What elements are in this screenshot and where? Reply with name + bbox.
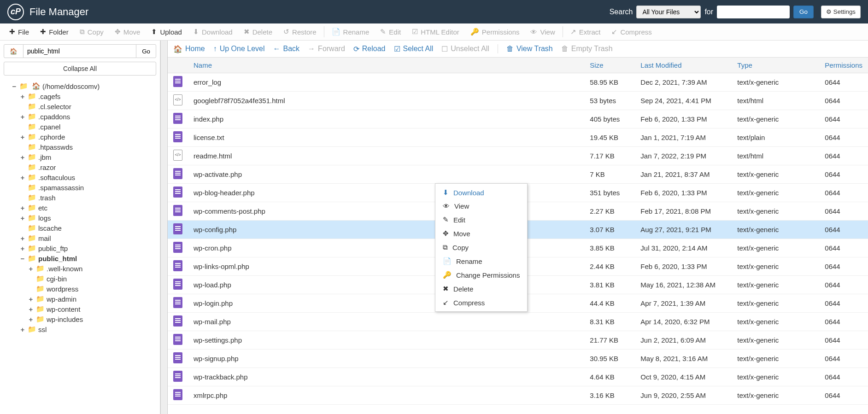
table-row[interactable]: googlebf78f7052a4fe351.html53 bytesSep 2… — [168, 92, 868, 110]
compress-button[interactable]: ↙Compress — [606, 25, 657, 39]
tree-item[interactable]: 📁.spamassassin — [4, 182, 156, 192]
search-input[interactable] — [717, 6, 790, 18]
tree-item[interactable]: 📁.cl.selector — [4, 101, 156, 111]
tree-toggle[interactable]: + — [19, 204, 26, 212]
col-type[interactable]: Type — [732, 58, 819, 73]
tree-root[interactable]: − 📁 🏠 (/home/ddoscomv) — [4, 81, 156, 91]
tree-toggle[interactable]: + — [19, 234, 26, 242]
table-row[interactable]: license.txt19.45 KBJan 1, 2021, 7:19 AMt… — [168, 128, 868, 147]
tree-item[interactable]: +📁etc — [4, 203, 156, 213]
col-modified[interactable]: Last Modified — [635, 58, 732, 73]
search-scope-select[interactable]: All Your Files — [636, 6, 701, 18]
tree-toggle[interactable]: + — [19, 245, 26, 252]
extract-button[interactable]: ↗Extract — [565, 25, 606, 39]
tree-toggle[interactable]: + — [19, 174, 26, 181]
table-row[interactable]: wp-signup.php30.95 KBMay 8, 2021, 3:16 A… — [168, 350, 868, 368]
tree-toggle[interactable]: + — [19, 93, 26, 100]
table-row[interactable]: wp-activate.php7 KBJan 21, 2021, 8:37 AM… — [168, 165, 868, 184]
search-go-button[interactable]: Go — [793, 6, 814, 18]
new-file-button[interactable]: ✚File — [4, 25, 35, 39]
tree-item[interactable]: +📁.cagefs — [4, 91, 156, 101]
nav-unselect-all-button[interactable]: ☐Unselect All — [441, 45, 489, 53]
splitter[interactable] — [160, 41, 168, 414]
restore-button[interactable]: ↺Restore — [278, 25, 322, 39]
settings-button[interactable]: ⚙ Settings — [821, 6, 861, 18]
tree-item[interactable]: 📁wordpress — [4, 284, 156, 294]
tree-item[interactable]: +📁wp-includes — [4, 314, 156, 324]
nav-back-button[interactable]: ←Back — [273, 45, 300, 53]
col-permissions[interactable]: Permissions — [819, 58, 868, 73]
tree-item[interactable]: 📁.trash — [4, 192, 156, 203]
table-row[interactable]: error_log58.95 KBDec 2, 2021, 7:39 AMtex… — [168, 73, 868, 92]
ctx-move[interactable]: ✥Move — [435, 227, 527, 240]
upload-button[interactable]: ⬆Upload — [146, 25, 188, 39]
tree-item[interactable]: 📁lscache — [4, 223, 156, 233]
delete-button[interactable]: ✖Delete — [238, 25, 278, 39]
tree-item[interactable]: +📁.cpaddons — [4, 111, 156, 122]
tree-item[interactable]: 📁.cpanel — [4, 122, 156, 132]
tree-item[interactable]: +📁mail — [4, 233, 156, 243]
table-row[interactable]: readme.html7.17 KBJan 7, 2022, 2:19 PMte… — [168, 147, 868, 165]
col-name[interactable]: Name — [188, 58, 584, 73]
tree-toggle[interactable]: + — [19, 133, 26, 141]
tree-item[interactable]: +📁.jbm — [4, 152, 156, 162]
tree-item[interactable]: +📁.well-known — [4, 263, 156, 274]
tree-toggle[interactable]: + — [28, 315, 34, 323]
tree-item[interactable]: +📁wp-admin — [4, 294, 156, 304]
nav-select-all-button[interactable]: ☑Select All — [394, 45, 434, 53]
tree-toggle[interactable]: − — [11, 82, 18, 90]
nav-empty-trash-button[interactable]: 🗑Empty Trash — [561, 45, 613, 53]
ctx-compress[interactable]: ↙Compress — [435, 296, 527, 309]
table-row[interactable]: wp-mail.php8.31 KBApr 14, 2020, 6:32 PMt… — [168, 313, 868, 331]
tree-toggle[interactable]: + — [19, 153, 26, 161]
tree-toggle[interactable]: − — [19, 255, 26, 262]
nav-reload-button[interactable]: ⟳Reload — [353, 45, 386, 53]
path-input[interactable] — [23, 44, 136, 58]
tree-item[interactable]: 📁.htpasswds — [4, 142, 156, 152]
tree-toggle[interactable]: + — [28, 305, 34, 313]
tree-toggle[interactable]: + — [28, 295, 34, 303]
tree-item[interactable]: +📁.cphorde — [4, 132, 156, 142]
ctx-edit[interactable]: ✎Edit — [435, 213, 527, 227]
ctx-delete[interactable]: ✖Delete — [435, 282, 527, 296]
col-icon[interactable] — [168, 58, 188, 73]
table-row[interactable]: xmlrpc.php3.16 KBJun 9, 2020, 2:55 AMtex… — [168, 386, 868, 405]
ctx-permissions[interactable]: 🔑Change Permissions — [435, 268, 527, 282]
download-button[interactable]: ⬇Download — [188, 25, 238, 39]
tree-item[interactable]: 📁.razor — [4, 162, 156, 172]
tree-toggle[interactable]: + — [19, 113, 26, 121]
ctx-copy[interactable]: ⧉Copy — [435, 240, 527, 254]
tree-item[interactable]: +📁logs — [4, 213, 156, 223]
sidebar-home-button[interactable]: 🏠 — [4, 44, 23, 58]
rename-button[interactable]: 📄Rename — [326, 25, 375, 39]
tree-item[interactable]: +📁public_ftp — [4, 243, 156, 253]
nav-forward-button[interactable]: →Forward — [308, 45, 345, 53]
collapse-all-button[interactable]: Collapse All — [4, 62, 156, 76]
tree-item[interactable]: +📁wp-content — [4, 304, 156, 314]
copy-button[interactable]: ⧉Copy — [74, 25, 109, 39]
move-button[interactable]: ✥Move — [109, 25, 146, 39]
tree-toggle[interactable]: + — [28, 265, 34, 273]
new-folder-button[interactable]: ✚Folder — [35, 25, 74, 39]
table-row[interactable]: index.php405 bytesFeb 6, 2020, 1:33 PMte… — [168, 110, 868, 128]
tree-toggle[interactable]: + — [19, 326, 26, 333]
tree-item[interactable]: −📁public_html — [4, 253, 156, 263]
tree-item[interactable]: 📁cgi-bin — [4, 274, 156, 284]
view-button[interactable]: 👁View — [525, 25, 560, 39]
tree-item[interactable]: +📁ssl — [4, 324, 156, 334]
ctx-rename[interactable]: 📄Rename — [435, 254, 527, 268]
path-go-button[interactable]: Go — [136, 44, 156, 58]
tree-item[interactable]: +📁.softaculous — [4, 172, 156, 182]
html-editor-button[interactable]: ☑HTML Editor — [406, 25, 465, 39]
col-size[interactable]: Size — [584, 58, 635, 73]
table-row[interactable]: wp-trackback.php4.64 KBOct 9, 2020, 4:15… — [168, 368, 868, 386]
edit-button[interactable]: ✎Edit — [375, 25, 406, 39]
tree-toggle[interactable]: + — [19, 214, 26, 222]
table-row[interactable]: wp-settings.php21.77 KBJun 2, 2021, 6:09… — [168, 331, 868, 350]
permissions-button[interactable]: 🔑Permissions — [465, 25, 525, 39]
nav-view-trash-button[interactable]: 🗑View Trash — [506, 45, 553, 53]
ctx-download[interactable]: ⬇Download — [435, 186, 527, 199]
ctx-view[interactable]: 👁View — [435, 199, 527, 213]
nav-up-button[interactable]: ↑Up One Level — [213, 45, 265, 53]
nav-home-button[interactable]: 🏠Home — [173, 45, 205, 53]
